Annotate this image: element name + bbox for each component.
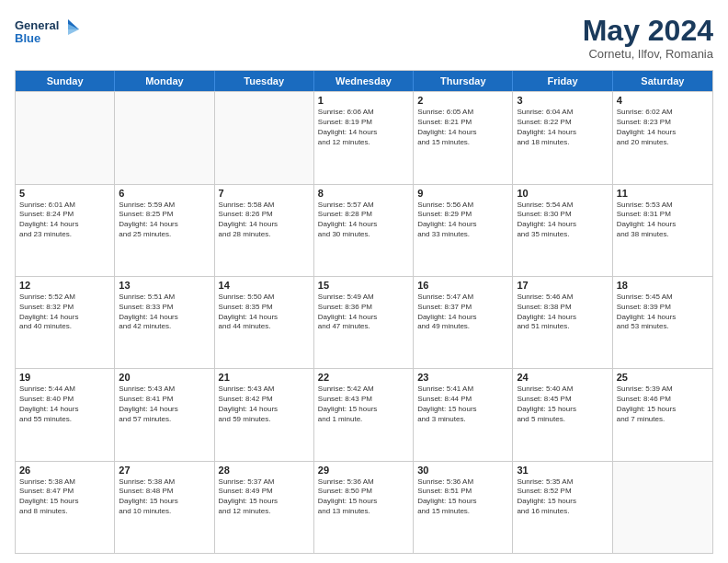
calendar-cell: 10Sunrise: 5:54 AM Sunset: 8:30 PM Dayli…	[513, 185, 612, 276]
day-info: Sunrise: 5:39 AM Sunset: 8:46 PM Dayligh…	[617, 385, 709, 424]
calendar-cell: 31Sunrise: 5:35 AM Sunset: 8:52 PM Dayli…	[513, 462, 612, 553]
day-info: Sunrise: 5:43 AM Sunset: 8:41 PM Dayligh…	[119, 385, 210, 424]
day-info: Sunrise: 6:04 AM Sunset: 8:22 PM Dayligh…	[517, 108, 608, 147]
day-number: 9	[417, 188, 508, 199]
day-info: Sunrise: 5:45 AM Sunset: 8:39 PM Dayligh…	[617, 293, 709, 332]
calendar-cell: 26Sunrise: 5:38 AM Sunset: 8:47 PM Dayli…	[16, 462, 115, 553]
day-number: 19	[19, 372, 110, 383]
weekday-header-saturday: Saturday	[613, 71, 712, 91]
calendar-header: SundayMondayTuesdayWednesdayThursdayFrid…	[16, 71, 712, 91]
day-number: 17	[517, 280, 608, 291]
calendar-cell: 12Sunrise: 5:52 AM Sunset: 8:32 PM Dayli…	[16, 277, 115, 368]
location-subtitle: Cornetu, Ilfov, Romania	[583, 47, 713, 61]
day-number: 6	[119, 188, 210, 199]
day-number: 14	[219, 280, 310, 291]
logo: General Blue	[15, 15, 79, 52]
day-number: 5	[19, 188, 110, 199]
day-number: 11	[617, 188, 709, 199]
calendar-cell: 6Sunrise: 5:59 AM Sunset: 8:25 PM Daylig…	[115, 185, 214, 276]
day-number: 26	[19, 465, 110, 476]
svg-text:General: General	[15, 18, 59, 32]
day-number: 24	[517, 372, 608, 383]
day-number: 15	[318, 280, 409, 291]
day-info: Sunrise: 5:59 AM Sunset: 8:25 PM Dayligh…	[119, 201, 210, 240]
day-info: Sunrise: 5:41 AM Sunset: 8:44 PM Dayligh…	[417, 385, 508, 424]
calendar-cell: 30Sunrise: 5:36 AM Sunset: 8:51 PM Dayli…	[414, 462, 513, 553]
calendar-row-5: 26Sunrise: 5:38 AM Sunset: 8:47 PM Dayli…	[16, 461, 712, 553]
calendar-cell: 22Sunrise: 5:42 AM Sunset: 8:43 PM Dayli…	[314, 369, 414, 460]
calendar-cell: 16Sunrise: 5:47 AM Sunset: 8:37 PM Dayli…	[414, 277, 513, 368]
calendar-cell: 1Sunrise: 6:06 AM Sunset: 8:19 PM Daylig…	[314, 92, 414, 183]
day-info: Sunrise: 5:36 AM Sunset: 8:51 PM Dayligh…	[417, 477, 508, 517]
calendar-cell: 19Sunrise: 5:44 AM Sunset: 8:40 PM Dayli…	[16, 369, 115, 460]
calendar-cell: 14Sunrise: 5:50 AM Sunset: 8:35 PM Dayli…	[215, 277, 314, 368]
calendar-cell: 7Sunrise: 5:58 AM Sunset: 8:26 PM Daylig…	[215, 185, 314, 276]
day-number: 1	[318, 95, 409, 106]
logo-svg: General Blue	[15, 15, 79, 52]
calendar-cell: 15Sunrise: 5:49 AM Sunset: 8:36 PM Dayli…	[314, 277, 414, 368]
calendar-cell: 25Sunrise: 5:39 AM Sunset: 8:46 PM Dayli…	[613, 369, 712, 460]
calendar-cell: 23Sunrise: 5:41 AM Sunset: 8:44 PM Dayli…	[414, 369, 513, 460]
calendar-row-4: 19Sunrise: 5:44 AM Sunset: 8:40 PM Dayli…	[16, 368, 712, 460]
day-info: Sunrise: 5:42 AM Sunset: 8:43 PM Dayligh…	[318, 385, 409, 424]
day-number: 23	[417, 372, 508, 383]
calendar-row-2: 5Sunrise: 6:01 AM Sunset: 8:24 PM Daylig…	[16, 184, 712, 276]
calendar-cell	[115, 92, 214, 183]
day-info: Sunrise: 6:02 AM Sunset: 8:23 PM Dayligh…	[617, 108, 709, 147]
day-number: 29	[318, 465, 409, 476]
calendar-cell: 3Sunrise: 6:04 AM Sunset: 8:22 PM Daylig…	[513, 92, 612, 183]
day-number: 3	[517, 95, 608, 106]
day-info: Sunrise: 5:52 AM Sunset: 8:32 PM Dayligh…	[19, 293, 110, 332]
calendar-cell: 24Sunrise: 5:40 AM Sunset: 8:45 PM Dayli…	[513, 369, 612, 460]
calendar-cell	[16, 92, 115, 183]
day-info: Sunrise: 6:01 AM Sunset: 8:24 PM Dayligh…	[19, 201, 110, 240]
day-number: 4	[617, 95, 709, 106]
calendar-cell: 27Sunrise: 5:38 AM Sunset: 8:48 PM Dayli…	[115, 462, 214, 553]
day-info: Sunrise: 5:36 AM Sunset: 8:50 PM Dayligh…	[318, 477, 409, 517]
calendar-cell: 9Sunrise: 5:56 AM Sunset: 8:29 PM Daylig…	[414, 185, 513, 276]
calendar-cell: 4Sunrise: 6:02 AM Sunset: 8:23 PM Daylig…	[613, 92, 712, 183]
calendar-cell: 18Sunrise: 5:45 AM Sunset: 8:39 PM Dayli…	[613, 277, 712, 368]
day-number: 18	[617, 280, 709, 291]
day-info: Sunrise: 5:40 AM Sunset: 8:45 PM Dayligh…	[517, 385, 608, 424]
day-number: 28	[219, 465, 310, 476]
day-info: Sunrise: 5:38 AM Sunset: 8:48 PM Dayligh…	[119, 477, 210, 517]
weekday-header-sunday: Sunday	[16, 71, 115, 91]
day-number: 12	[19, 280, 110, 291]
calendar: SundayMondayTuesdayWednesdayThursdayFrid…	[15, 70, 713, 554]
day-number: 27	[119, 465, 210, 476]
day-number: 8	[318, 188, 409, 199]
day-number: 25	[617, 372, 709, 383]
calendar-cell: 11Sunrise: 5:53 AM Sunset: 8:31 PM Dayli…	[613, 185, 712, 276]
day-info: Sunrise: 5:38 AM Sunset: 8:47 PM Dayligh…	[19, 477, 110, 517]
weekday-header-wednesday: Wednesday	[314, 71, 414, 91]
calendar-cell	[215, 92, 314, 183]
day-info: Sunrise: 5:58 AM Sunset: 8:26 PM Dayligh…	[219, 201, 310, 240]
weekday-header-tuesday: Tuesday	[215, 71, 314, 91]
day-number: 21	[219, 372, 310, 383]
day-info: Sunrise: 5:56 AM Sunset: 8:29 PM Dayligh…	[417, 201, 508, 240]
month-year-title: May 2024	[583, 15, 713, 47]
calendar-cell: 20Sunrise: 5:43 AM Sunset: 8:41 PM Dayli…	[115, 369, 214, 460]
day-info: Sunrise: 5:53 AM Sunset: 8:31 PM Dayligh…	[617, 201, 709, 240]
day-info: Sunrise: 6:06 AM Sunset: 8:19 PM Dayligh…	[318, 108, 409, 147]
page-header: General Blue May 2024 Cornetu, Ilfov, Ro…	[15, 15, 713, 61]
calendar-cell: 29Sunrise: 5:36 AM Sunset: 8:50 PM Dayli…	[314, 462, 414, 553]
day-number: 7	[219, 188, 310, 199]
calendar-cell: 17Sunrise: 5:46 AM Sunset: 8:38 PM Dayli…	[513, 277, 612, 368]
day-number: 22	[318, 372, 409, 383]
calendar-row-1: 1Sunrise: 6:06 AM Sunset: 8:19 PM Daylig…	[16, 91, 712, 183]
day-number: 13	[119, 280, 210, 291]
calendar-cell: 8Sunrise: 5:57 AM Sunset: 8:28 PM Daylig…	[314, 185, 414, 276]
day-info: Sunrise: 5:47 AM Sunset: 8:37 PM Dayligh…	[417, 293, 508, 332]
weekday-header-friday: Friday	[513, 71, 612, 91]
day-number: 31	[517, 465, 608, 476]
day-info: Sunrise: 5:37 AM Sunset: 8:49 PM Dayligh…	[219, 477, 310, 517]
calendar-body: 1Sunrise: 6:06 AM Sunset: 8:19 PM Daylig…	[16, 91, 712, 553]
day-info: Sunrise: 5:35 AM Sunset: 8:52 PM Dayligh…	[517, 477, 608, 517]
title-block: May 2024 Cornetu, Ilfov, Romania	[583, 15, 713, 61]
weekday-header-monday: Monday	[115, 71, 214, 91]
day-number: 2	[417, 95, 508, 106]
day-info: Sunrise: 5:54 AM Sunset: 8:30 PM Dayligh…	[517, 201, 608, 240]
calendar-row-3: 12Sunrise: 5:52 AM Sunset: 8:32 PM Dayli…	[16, 276, 712, 368]
